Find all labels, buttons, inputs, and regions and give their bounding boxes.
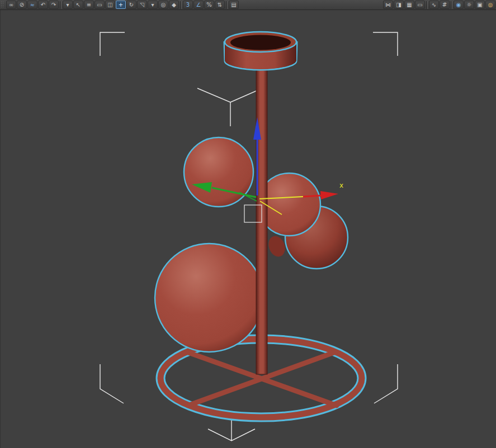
toolbar-grip[interactable]: [1, 1, 5, 9]
select-and-rotate-icon[interactable]: ↻: [126, 1, 136, 9]
undo-icon[interactable]: ↶: [38, 1, 48, 9]
toolbar-separator: [426, 1, 428, 9]
main-toolbar: ∞⊘≈↶↷▾↖≡▭◫+↻◹▾◎◆3∠%⇅▤ ⋈◨▦▭∿#◉☼▣◍: [0, 0, 496, 10]
align-icon[interactable]: ◨: [394, 1, 404, 9]
rectangular-selection-region-icon[interactable]: ▭: [95, 1, 105, 9]
rendered-frame-window-icon[interactable]: ▣: [475, 1, 485, 9]
selection-brackets: [100, 32, 398, 441]
select-and-manipulate-icon[interactable]: ◆: [169, 1, 179, 9]
select-object-icon[interactable]: ↖: [73, 1, 83, 9]
render-setup-icon[interactable]: ☼: [464, 1, 474, 9]
model-small-bud[interactable]: [266, 233, 287, 259]
gizmo-x-axis-label: x: [339, 182, 343, 189]
angle-snap-toggle-icon[interactable]: ∠: [193, 1, 204, 9]
toolbar-separator: [180, 1, 182, 9]
edit-named-selection-sets-icon[interactable]: ▤: [229, 1, 239, 9]
model-top-cup[interactable]: [224, 32, 297, 70]
selection-filter-icon[interactable]: ▾: [63, 1, 73, 9]
viewport-3d[interactable]: x: [0, 10, 496, 448]
select-and-uniform-scale-icon[interactable]: ◹: [137, 1, 147, 9]
percent-snap-toggle-icon[interactable]: %: [204, 1, 214, 9]
bind-to-space-warp-icon[interactable]: ≈: [27, 1, 37, 9]
select-and-link-icon[interactable]: ∞: [6, 1, 16, 9]
app-window: ∞⊘≈↶↷▾↖≡▭◫+↻◹▾◎◆3∠%⇅▤ ⋈◨▦▭∿#◉☼▣◍: [0, 0, 496, 448]
toolbar-separator: [226, 1, 228, 9]
graphite-ribbon-toggle-icon[interactable]: ▭: [415, 1, 425, 9]
redo-icon[interactable]: ↷: [49, 1, 59, 9]
reference-coordinate-system-icon[interactable]: ▾: [148, 1, 158, 9]
curve-editor-icon[interactable]: ∿: [429, 1, 439, 9]
spinner-snap-toggle-icon[interactable]: ⇅: [215, 1, 225, 9]
render-production-icon[interactable]: ◍: [485, 1, 495, 9]
toolbar-right-group: ⋈◨▦▭∿#◉☼▣◍: [383, 1, 495, 9]
mirror-icon[interactable]: ⋈: [383, 1, 393, 9]
schematic-view-icon[interactable]: #: [440, 1, 450, 9]
model-sphere-large[interactable]: [155, 244, 263, 352]
layer-manager-icon[interactable]: ▦: [404, 1, 414, 9]
window-crossing-toggle-icon[interactable]: ◫: [105, 1, 115, 9]
snaps-toggle-icon[interactable]: 3: [183, 1, 193, 9]
use-pivot-point-center-icon[interactable]: ◎: [158, 1, 168, 9]
unlink-selection-icon[interactable]: ⊘: [17, 1, 27, 9]
toolbar-separator: [451, 1, 452, 9]
viewport-canvas[interactable]: x: [1, 10, 496, 448]
model-sphere-upper-left[interactable]: [184, 137, 253, 207]
material-editor-icon[interactable]: ◉: [454, 1, 464, 9]
toolbar-left-group: ∞⊘≈↶↷▾↖≡▭◫+↻◹▾◎◆3∠%⇅▤: [1, 1, 239, 9]
select-by-name-icon[interactable]: ≡: [84, 1, 94, 9]
toolbar-separator: [60, 1, 62, 9]
select-and-move-icon[interactable]: +: [116, 1, 126, 9]
